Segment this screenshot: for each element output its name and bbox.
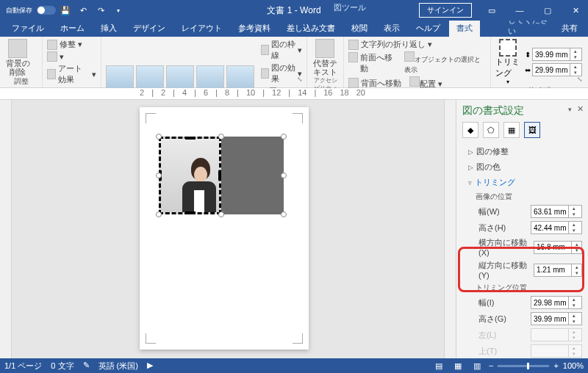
effects-tab-icon[interactable]: ⬠: [483, 122, 499, 138]
maximize-icon[interactable]: ▢: [535, 0, 560, 21]
tab-design[interactable]: デザイン: [126, 20, 173, 37]
crop-region[interactable]: [159, 137, 221, 214]
selection-pane-button[interactable]: オブジェクトの選択と表示: [404, 51, 486, 75]
picture-border-button[interactable]: 図の枠線 ▾: [261, 39, 302, 61]
resize-handle[interactable]: [218, 134, 224, 140]
zoom-level[interactable]: 100%: [563, 361, 584, 370]
document-area[interactable]: [0, 100, 456, 358]
tab-file[interactable]: ファイル: [4, 20, 51, 37]
img-width-input[interactable]: ▴▾: [531, 205, 582, 218]
img-height-input[interactable]: ▴▾: [531, 221, 582, 234]
word-count[interactable]: 0 文字: [51, 361, 74, 372]
crop-width-input[interactable]: ▴▾: [531, 296, 582, 309]
resize-handle[interactable]: [156, 173, 162, 178]
shape-width-input[interactable]: ▴▾: [532, 63, 582, 76]
read-mode-icon[interactable]: ▤: [431, 360, 446, 372]
resize-handle[interactable]: [281, 211, 287, 217]
send-backward-button[interactable]: 背面へ移動: [348, 78, 401, 89]
section-crop[interactable]: トリミング: [462, 175, 582, 190]
field-label: 幅(W): [478, 206, 500, 217]
tab-review[interactable]: 校閲: [344, 20, 375, 37]
corrections-icon: [47, 40, 57, 50]
tab-home[interactable]: ホーム: [53, 20, 92, 37]
ribbon-display-icon[interactable]: ▭: [479, 0, 504, 21]
page: [140, 107, 309, 350]
tab-help[interactable]: ヘルプ: [409, 20, 448, 37]
wrap-icon: [348, 40, 359, 50]
text-wrap-button[interactable]: 文字列の折り返し ▾: [348, 39, 486, 50]
signin-button[interactable]: サインイン: [419, 3, 472, 18]
tab-insert[interactable]: 挿入: [93, 20, 124, 37]
crop-mark: [293, 113, 303, 123]
crop-handle-bottom[interactable]: [185, 211, 196, 214]
macro-icon[interactable]: ▶: [147, 361, 153, 372]
alt-text-button[interactable]: 代替テ キスト: [312, 39, 338, 76]
artistic-effects-button[interactable]: アート効果 ▾: [47, 63, 96, 85]
crop-height-input[interactable]: ▴▾: [531, 312, 582, 325]
resize-handle[interactable]: [218, 211, 224, 217]
resize-handle[interactable]: [156, 134, 162, 140]
ribbon: 背景の 削除 調整 修整 ▾ ▾ アート効果 ▾ 図の枠線 ▾ 図の効果 ▾ 図…: [0, 37, 588, 88]
tab-format[interactable]: 書式: [449, 20, 480, 37]
share-button[interactable]: 共有: [551, 20, 588, 37]
zoom-in-icon[interactable]: +: [553, 361, 558, 370]
layout-tab-icon[interactable]: ▦: [503, 122, 520, 138]
section-color[interactable]: 図の色: [462, 159, 582, 175]
color-button[interactable]: ▾: [47, 51, 96, 62]
selpane-icon: [404, 51, 415, 62]
section-corrections[interactable]: 図の修整: [462, 144, 582, 159]
crop-handle-top[interactable]: [185, 137, 196, 140]
selected-image[interactable]: [159, 137, 284, 214]
tab-view[interactable]: 表示: [376, 20, 407, 37]
art-icon: [47, 69, 56, 79]
color-icon: [47, 51, 57, 62]
save-icon[interactable]: 💾: [57, 2, 74, 18]
resize-handle[interactable]: [281, 134, 287, 140]
dialog-launcher-icon[interactable]: ⤡: [575, 76, 585, 86]
print-layout-icon[interactable]: ▦: [451, 360, 465, 372]
field-label: 高さ(H): [478, 222, 506, 233]
autosave-switch[interactable]: [37, 6, 56, 15]
redo-icon[interactable]: ↷: [93, 2, 109, 18]
border-icon: [261, 45, 269, 55]
horizontal-ruler[interactable]: 2|2|4|6|8|10|12|14|161820: [0, 88, 588, 100]
qat-more-icon[interactable]: ▾: [110, 2, 126, 18]
autosave-toggle[interactable]: 自動保存: [3, 2, 35, 18]
crop-mark: [146, 333, 156, 344]
field-label: 幅(I): [478, 297, 494, 308]
fill-line-tab-icon[interactable]: ◆: [462, 122, 478, 138]
zoom-thumb[interactable]: [527, 363, 529, 369]
page-count[interactable]: 1/1 ページ: [4, 361, 42, 372]
zoom-out-icon[interactable]: −: [489, 361, 493, 370]
tab-layout[interactable]: レイアウト: [174, 20, 229, 37]
field-label: 左(L): [478, 330, 496, 341]
minimize-icon[interactable]: —: [507, 0, 532, 21]
crop-top-input: ▴▾: [531, 344, 582, 358]
proofing-icon[interactable]: ✎: [83, 361, 90, 372]
language-button[interactable]: 英語 (米国): [98, 361, 138, 372]
bring-forward-button[interactable]: 前面へ移動: [348, 52, 396, 74]
resize-handle[interactable]: [281, 173, 287, 178]
vertical-scrollbar[interactable]: [444, 100, 456, 358]
align-icon: [409, 76, 420, 87]
crop-handle-right[interactable]: [218, 170, 221, 181]
web-layout-icon[interactable]: ▥: [470, 360, 484, 372]
zoom-slider[interactable]: [498, 365, 549, 367]
picture-tab-icon[interactable]: 🖼: [524, 122, 540, 138]
ribbon-tabs: ファイル ホーム 挿入 デザイン レイアウト 参考資料 差し込み文書 校閲 表示…: [0, 21, 588, 37]
remove-bg-icon: [8, 39, 27, 58]
crop-button[interactable]: トリミング▾: [495, 39, 520, 85]
tab-mailings[interactable]: 差し込み文書: [279, 20, 343, 37]
tab-references[interactable]: 参考資料: [231, 20, 278, 37]
vertical-ruler[interactable]: [0, 100, 12, 358]
dialog-launcher-icon[interactable]: ⤡: [295, 76, 305, 86]
pane-close-icon[interactable]: ✕: [577, 104, 584, 114]
corrections-button[interactable]: 修整 ▾: [47, 39, 96, 50]
pane-menu-icon[interactable]: ▾: [568, 106, 572, 113]
resize-handle[interactable]: [156, 211, 162, 217]
undo-icon[interactable]: ↶: [75, 2, 91, 18]
pane-title: 図の書式設定: [462, 104, 582, 117]
shape-height-input[interactable]: ▴▾: [532, 48, 582, 61]
close-icon[interactable]: ✕: [563, 0, 588, 21]
remove-background-button[interactable]: 背景の 削除: [4, 39, 31, 76]
